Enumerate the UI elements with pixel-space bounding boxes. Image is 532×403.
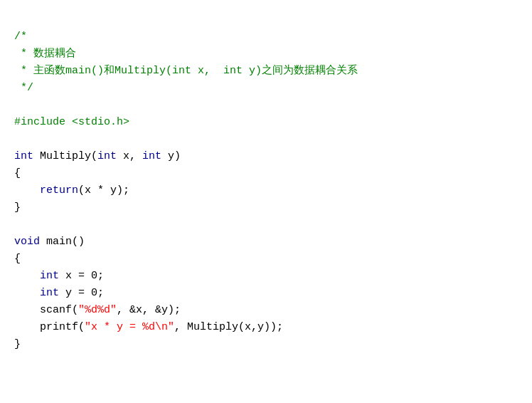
code-token-keyword: int — [97, 150, 117, 162]
code-line: scanf("%d%d", &x, &y); — [14, 302, 518, 319]
code-token-normal: } — [14, 338, 21, 350]
code-line — [14, 216, 518, 234]
code-line: */ — [14, 80, 518, 97]
code-token-normal: (x * y); — [78, 184, 129, 197]
code-line: int y = 0; — [14, 285, 518, 302]
code-token-normal: y = 0; — [59, 287, 104, 299]
code-token-comment: #include <stdio.h> — [14, 116, 129, 128]
code-line — [14, 97, 518, 114]
code-token-keyword: int — [142, 150, 161, 162]
code-token-normal: { — [14, 167, 21, 179]
code-token-normal: y) — [161, 150, 181, 162]
code-token-normal: printf( — [14, 321, 85, 333]
code-token-comment: * 数据耦合 — [14, 48, 76, 60]
code-token-keyword: return — [40, 184, 78, 197]
code-line: * 主函数main()和Multiply(int x, int y)之间为数据耦… — [14, 63, 518, 80]
code-token-normal — [14, 287, 40, 299]
code-token-string: "x * y = %d\n" — [85, 321, 174, 333]
code-line — [14, 131, 518, 148]
code-token-normal: scanf( — [14, 304, 78, 316]
code-token-normal: { — [14, 253, 21, 265]
code-line: void main() — [14, 234, 518, 251]
code-line: int x = 0; — [14, 268, 518, 285]
code-line: } — [14, 199, 518, 216]
code-token-normal: , &x, &y); — [117, 304, 181, 316]
code-line: int Multiply(int x, int y) — [14, 148, 518, 165]
code-token-keyword: int — [40, 270, 59, 282]
code-line: /* — [14, 28, 518, 46]
code-token-comment: */ — [14, 82, 33, 94]
code-line: } — [14, 336, 518, 353]
code-line: printf("x * y = %d\n", Multiply(x,y)); — [14, 319, 518, 336]
code-display: /* * 数据耦合 * 主函数main()和Multiply(int x, in… — [14, 11, 518, 353]
code-line: return(x * y); — [14, 182, 518, 199]
code-token-keyword: int — [40, 287, 59, 299]
code-token-normal: main() — [40, 236, 85, 248]
code-token-normal: x = 0; — [59, 270, 104, 282]
code-line: { — [14, 251, 518, 268]
code-token-keyword: int — [14, 150, 33, 162]
code-line: #include <stdio.h> — [14, 114, 518, 131]
code-line: { — [14, 165, 518, 182]
code-token-string: "%d%d" — [78, 304, 117, 316]
code-token-comment: /* — [14, 31, 27, 43]
code-line: * 数据耦合 — [14, 46, 518, 63]
code-token-normal — [14, 184, 40, 197]
code-token-normal: , Multiply(x,y)); — [174, 321, 283, 333]
code-token-normal — [14, 270, 40, 282]
code-token-normal: Multiply( — [33, 150, 97, 162]
code-token-comment: * 主函数main()和Multiply(int x, int y)之间为数据耦… — [14, 65, 358, 77]
code-token-normal: } — [14, 202, 21, 214]
code-token-keyword: void — [14, 236, 40, 248]
code-token-normal: x, — [117, 150, 142, 162]
